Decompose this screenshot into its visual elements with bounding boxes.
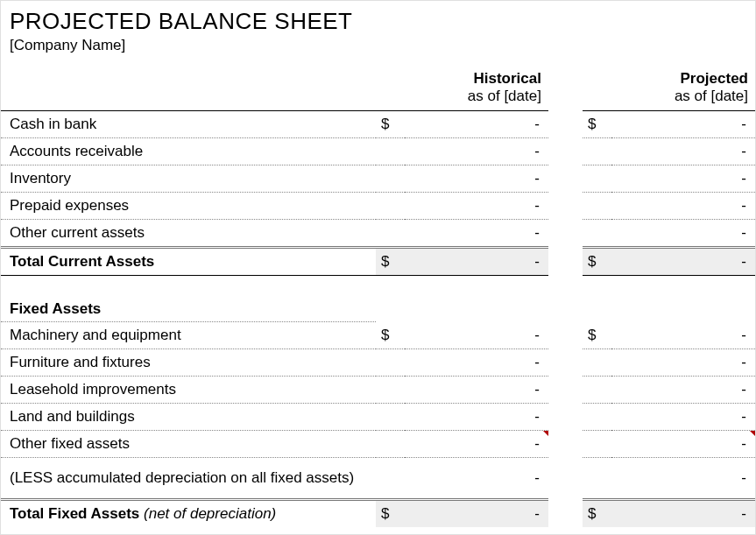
column-subheader-row: as of [date] as of [date] [1, 88, 755, 111]
total-current-assets-label: Total Current Assets [1, 248, 376, 276]
historical-value: - [405, 322, 548, 349]
historical-value: - [405, 377, 548, 404]
total-fixed-assets-label-main: Total Fixed Assets [10, 505, 144, 522]
table-row: Inventory-- [1, 165, 755, 193]
currency-symbol [583, 138, 611, 165]
table-row: Accounts receivable-- [1, 138, 755, 165]
historical-value: - [405, 220, 548, 248]
total-current-assets-historical: - [405, 248, 548, 276]
historical-subheader: as of [date] [376, 88, 548, 111]
row-label: Other fixed assets [1, 431, 376, 458]
projected-value: - [611, 458, 755, 500]
projected-value: - [611, 193, 755, 220]
currency-symbol [376, 138, 405, 165]
currency-symbol [583, 431, 611, 458]
projected-value: - [611, 165, 755, 193]
total-fixed-assets-label: Total Fixed Assets (net of depreciation) [1, 500, 376, 528]
currency-symbol: $ [376, 111, 405, 138]
projected-value: - [611, 220, 755, 248]
row-label: (LESS accumulated depreciation on all fi… [1, 458, 376, 500]
projected-value: - [611, 111, 755, 138]
currency-symbol [376, 377, 405, 404]
table-row: Other current assets-- [1, 220, 755, 248]
historical-value: - [405, 458, 548, 500]
projected-header: Projected [583, 70, 755, 88]
company-name: [Company Name] [1, 37, 755, 70]
historical-value: - [405, 431, 548, 458]
currency-symbol [376, 458, 405, 500]
currency-symbol [583, 193, 611, 220]
currency-symbol: $ [583, 322, 611, 349]
table-row: (LESS accumulated depreciation on all fi… [1, 458, 755, 500]
historical-value: - [405, 193, 548, 220]
currency-symbol [583, 349, 611, 377]
currency-symbol: $ [583, 500, 611, 528]
table-row: Land and buildings-- [1, 404, 755, 431]
projected-value: - [611, 431, 755, 458]
total-fixed-assets-projected: - [611, 500, 755, 528]
historical-value: - [405, 111, 548, 138]
currency-symbol [583, 404, 611, 431]
row-label: Other current assets [1, 220, 376, 248]
table-row: Cash in bank$-$- [1, 111, 755, 138]
historical-header: Historical [376, 70, 548, 88]
row-label: Furniture and fixtures [1, 349, 376, 377]
column-header-row: Historical Projected [1, 70, 755, 88]
row-label: Cash in bank [1, 111, 376, 138]
historical-value: - [405, 404, 548, 431]
row-label: Prepaid expenses [1, 193, 376, 220]
projected-value: - [611, 349, 755, 377]
currency-symbol [583, 220, 611, 248]
total-current-assets-projected: - [611, 248, 755, 276]
currency-symbol [376, 349, 405, 377]
balance-sheet: PROJECTED BALANCE SHEET [Company Name] H… [0, 0, 756, 535]
currency-symbol [583, 377, 611, 404]
historical-value: - [405, 138, 548, 165]
row-label: Land and buildings [1, 404, 376, 431]
currency-symbol [376, 404, 405, 431]
table-row: Other fixed assets-- [1, 431, 755, 458]
currency-symbol: $ [583, 248, 611, 276]
currency-symbol [376, 431, 405, 458]
total-fixed-assets-row: Total Fixed Assets (net of depreciation)… [1, 500, 755, 528]
row-label: Inventory [1, 165, 376, 193]
row-label: Leasehold improvements [1, 377, 376, 404]
currency-symbol [376, 220, 405, 248]
total-fixed-assets-historical: - [405, 500, 548, 528]
page-title: PROJECTED BALANCE SHEET [1, 8, 755, 37]
historical-value: - [405, 165, 548, 193]
projected-value: - [611, 322, 755, 349]
currency-symbol [583, 458, 611, 500]
currency-symbol [376, 165, 405, 193]
total-current-assets-row: Total Current Assets $ - $ - [1, 248, 755, 276]
row-label: Machinery and equipment [1, 322, 376, 349]
projected-value: - [611, 404, 755, 431]
total-fixed-assets-label-note: (net of depreciation) [144, 505, 276, 522]
fixed-assets-heading-row: Fixed Assets [1, 276, 755, 322]
currency-symbol: $ [376, 248, 405, 276]
table-row: Prepaid expenses-- [1, 193, 755, 220]
projected-subheader: as of [date] [583, 88, 755, 111]
projected-value: - [611, 377, 755, 404]
fixed-assets-heading: Fixed Assets [1, 276, 376, 322]
historical-value: - [405, 349, 548, 377]
currency-symbol: $ [583, 111, 611, 138]
currency-symbol: $ [376, 322, 405, 349]
currency-symbol [376, 193, 405, 220]
currency-symbol: $ [376, 500, 405, 528]
row-label: Accounts receivable [1, 138, 376, 165]
projected-value: - [611, 138, 755, 165]
table-row: Leasehold improvements-- [1, 377, 755, 404]
table-row: Furniture and fixtures-- [1, 349, 755, 377]
balance-table: Historical Projected as of [date] as of … [1, 70, 755, 527]
table-row: Machinery and equipment$-$- [1, 322, 755, 349]
currency-symbol [583, 165, 611, 193]
